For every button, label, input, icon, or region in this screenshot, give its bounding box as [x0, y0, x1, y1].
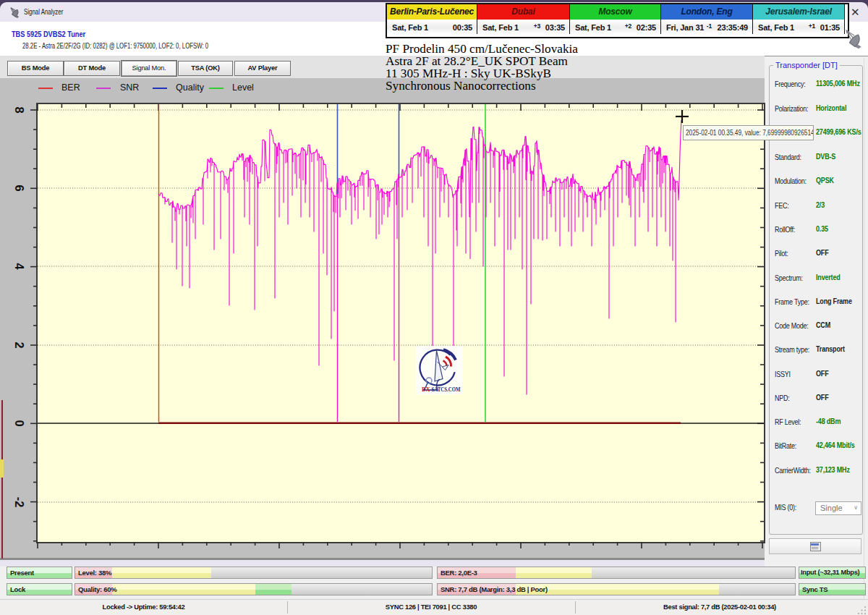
svg-text:-2: -2 — [13, 497, 26, 508]
svg-text:6: 6 — [13, 184, 26, 191]
svg-text:8: 8 — [13, 106, 26, 113]
svg-text:2: 2 — [13, 342, 26, 348]
svg-text:SATCS.COM: SATCS.COM — [432, 386, 461, 393]
svg-text:DX: DX — [422, 386, 430, 393]
svg-text:0: 0 — [13, 420, 26, 426]
svg-text:4: 4 — [13, 263, 26, 270]
